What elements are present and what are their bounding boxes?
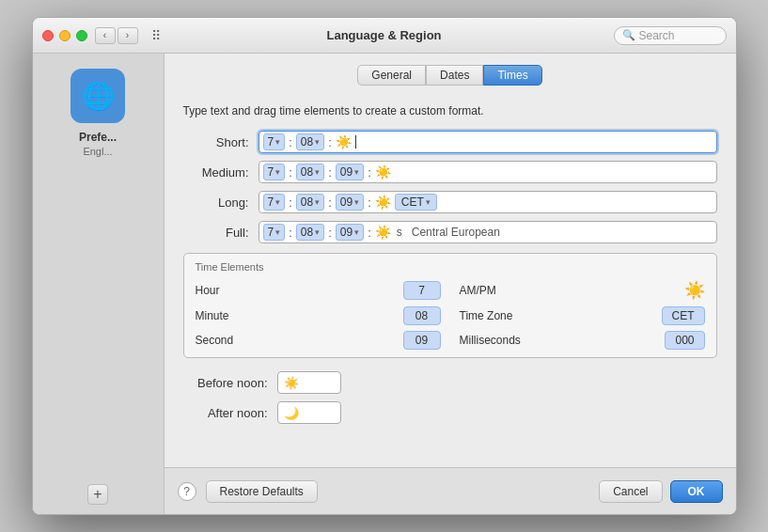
- noon-section: Before noon: ☀️ After noon: 🌙: [183, 371, 717, 424]
- medium-second-arrow-icon: ▾: [354, 167, 359, 177]
- search-icon: 🔍: [622, 29, 635, 41]
- long-minute-token[interactable]: 08 ▾: [296, 194, 324, 211]
- full-tz-text: Central European: [412, 226, 500, 239]
- long-field[interactable]: 7 ▾ : 08 ▾ : 09 ▾ :: [259, 191, 717, 213]
- add-button[interactable]: +: [87, 484, 108, 505]
- long-tz-token[interactable]: CET ▾: [395, 194, 437, 211]
- te-second-value[interactable]: 09: [403, 331, 441, 350]
- medium-label: Medium:: [183, 165, 249, 180]
- format-row-full: Full: 7 ▾ : 08 ▾ : 09: [183, 221, 717, 243]
- medium-second-token[interactable]: 09 ▾: [336, 164, 364, 180]
- medium-field[interactable]: 7 ▾ : 08 ▾ : 09 ▾ :: [259, 161, 717, 183]
- before-noon-sun-icon: ☀️: [284, 376, 299, 390]
- long-hour-arrow-icon: ▾: [275, 197, 280, 207]
- long-second-arrow-icon: ▾: [354, 197, 359, 207]
- te-minute-label: Minute: [196, 309, 271, 322]
- te-row-minute: Minute 08: [196, 306, 441, 325]
- format-row-short: Short: 7 ▾ : 08 ▾ : ☀️: [183, 131, 717, 153]
- sidebar-icon: 🌐: [71, 69, 125, 123]
- instruction-text: Type text and drag time elements to crea…: [183, 104, 717, 117]
- full-second-arrow-icon: ▾: [354, 227, 359, 237]
- te-minute-value[interactable]: 08: [403, 306, 441, 325]
- short-hour-token[interactable]: 7 ▾: [263, 133, 286, 150]
- main-window: ‹ › ⠿ Language & Region 🔍 Search 🌐 Prefe…: [32, 17, 737, 515]
- restore-defaults-button[interactable]: Restore Defaults: [206, 480, 318, 503]
- tab-dates[interactable]: Dates: [426, 65, 483, 86]
- full-minute-arrow-icon: ▾: [315, 227, 320, 237]
- globe-icon: 🌐: [82, 81, 115, 112]
- cancel-button[interactable]: Cancel: [599, 480, 662, 503]
- te-second-label: Second: [196, 334, 271, 347]
- long-hour-token[interactable]: 7 ▾: [263, 194, 286, 211]
- te-row-tz: Time Zone CET: [460, 306, 705, 325]
- long-tz-arrow-icon: ▾: [426, 197, 431, 207]
- nav-buttons: ‹ ›: [95, 27, 138, 44]
- full-hour-token[interactable]: 7 ▾: [263, 224, 286, 241]
- sidebar: 🌐 Prefe... Engl... +: [33, 54, 165, 514]
- te-row-ms: Milliseconds 000: [460, 331, 705, 350]
- time-elements-section: Time Elements Hour 7 AM/PM ☀️ Minute: [183, 253, 717, 358]
- minimize-button[interactable]: [59, 30, 71, 41]
- full-hour-arrow-icon: ▾: [275, 227, 280, 237]
- help-button[interactable]: ?: [178, 482, 196, 501]
- medium-minute-token[interactable]: 08 ▾: [296, 164, 324, 180]
- after-noon-row: After noon: 🌙: [183, 401, 717, 424]
- long-sun-icon[interactable]: ☀️: [375, 195, 391, 210]
- tab-times[interactable]: Times: [483, 65, 541, 86]
- after-noon-moon-icon: 🌙: [284, 406, 299, 420]
- te-hour-value[interactable]: 7: [403, 281, 441, 300]
- te-row-hour: Hour 7: [196, 280, 441, 301]
- short-label: Short:: [183, 135, 249, 149]
- main-panel: General Dates Times Type text and drag t…: [165, 54, 736, 514]
- window-title: Language & Region: [326, 28, 441, 42]
- traffic-lights: [42, 30, 87, 41]
- te-row-ampm: AM/PM ☀️: [460, 280, 705, 301]
- full-label: Full:: [183, 226, 249, 240]
- close-button[interactable]: [42, 30, 54, 41]
- before-noon-field[interactable]: ☀️: [277, 371, 341, 394]
- full-minute-token[interactable]: 08 ▾: [296, 224, 324, 241]
- after-noon-label: After noon:: [183, 406, 268, 420]
- ok-button[interactable]: OK: [670, 480, 723, 503]
- te-section-title: Time Elements: [196, 261, 705, 273]
- te-tz-value[interactable]: CET: [662, 306, 705, 325]
- format-row-long: Long: 7 ▾ : 08 ▾ : 09: [183, 191, 717, 213]
- tabs-bar: General Dates Times: [165, 54, 736, 93]
- short-minute-token[interactable]: 08 ▾: [296, 133, 324, 150]
- te-ms-label: Milliseconds: [460, 334, 535, 347]
- medium-minute-arrow-icon: ▾: [315, 167, 320, 177]
- text-cursor: [355, 135, 356, 149]
- grid-icon[interactable]: ⠿: [144, 26, 168, 45]
- te-ampm-label: AM/PM: [460, 284, 535, 297]
- long-label: Long:: [183, 196, 249, 210]
- short-sun-icon[interactable]: ☀️: [336, 134, 352, 149]
- short-field[interactable]: 7 ▾ : 08 ▾ : ☀️: [259, 131, 717, 153]
- medium-hour-token[interactable]: 7 ▾: [263, 164, 286, 180]
- full-sun-icon[interactable]: ☀️: [375, 225, 391, 240]
- back-button[interactable]: ‹: [95, 27, 116, 44]
- minute-arrow-icon: ▾: [315, 137, 320, 147]
- after-noon-field[interactable]: 🌙: [277, 401, 341, 424]
- maximize-button[interactable]: [76, 30, 87, 41]
- search-box[interactable]: 🔍 Search: [614, 26, 727, 45]
- bottom-bar: ? Restore Defaults Cancel OK: [165, 467, 736, 514]
- before-noon-label: Before noon:: [183, 376, 268, 390]
- full-second-token[interactable]: 09 ▾: [336, 224, 364, 241]
- forward-button[interactable]: ›: [118, 27, 138, 44]
- long-second-token[interactable]: 09 ▾: [336, 194, 364, 211]
- before-noon-row: Before noon: ☀️: [183, 371, 717, 394]
- te-ampm-sun-icon[interactable]: ☀️: [684, 280, 705, 301]
- titlebar: ‹ › ⠿ Language & Region 🔍 Search: [33, 18, 736, 54]
- full-field[interactable]: 7 ▾ : 08 ▾ : 09 ▾ :: [259, 221, 717, 243]
- te-ms-value[interactable]: 000: [665, 331, 704, 350]
- medium-sun-icon[interactable]: ☀️: [375, 164, 391, 180]
- hour-arrow-icon: ▾: [275, 137, 280, 147]
- te-row-second: Second 09: [196, 331, 441, 350]
- content-area: 🌐 Prefe... Engl... + General Dates Times…: [33, 54, 736, 514]
- te-tz-label: Time Zone: [460, 309, 535, 322]
- tab-general[interactable]: General: [357, 65, 426, 86]
- medium-hour-arrow-icon: ▾: [275, 167, 280, 177]
- full-suffix: s: [397, 226, 402, 239]
- sidebar-label: Prefe...: [79, 131, 117, 144]
- panel-content: Type text and drag time elements to crea…: [165, 93, 736, 467]
